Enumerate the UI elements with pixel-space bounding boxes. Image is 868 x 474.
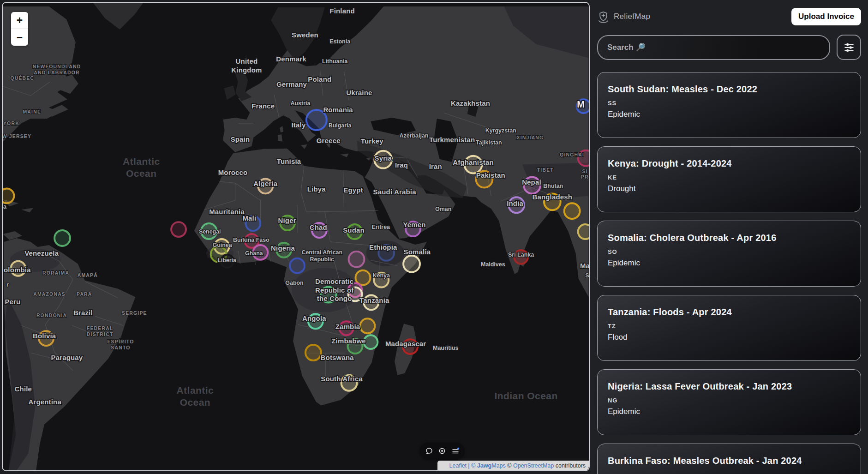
map-label: SIPR [581,169,589,180]
event-title: Kenya: Drought - 2014-2024 [608,158,850,169]
map-label: olombia [4,266,31,274]
map-label: Zambia [335,323,360,330]
map-label: Venezuela [24,249,59,257]
filter-button[interactable] [837,35,861,60]
jawg-link-rest[interactable]: Maps [491,462,506,469]
event-marker[interactable] [578,224,589,239]
map-label: Finland [329,7,355,15]
map-label: Paraguay [51,354,83,361]
event-marker[interactable] [364,335,377,349]
sidebar-header: ReliefMap Upload Invoice [597,6,861,27]
map-label: Maldives [481,261,505,268]
map-label: Bulgaria [329,122,352,129]
event-card[interactable]: Nigeria: Lassa Fever Outbreak - Jan 2023… [597,369,861,435]
map-label: Nepal [522,178,541,186]
map-label: Tajikistan [476,139,502,146]
chat-icon[interactable] [425,447,433,455]
zoom-out-button[interactable]: − [11,29,28,46]
zoom-in-button[interactable]: + [11,12,28,29]
map-label: Turkey [361,137,384,145]
event-marker[interactable] [349,252,365,267]
map-label: FEDERALDISTRICT [87,326,114,337]
event-country-code: NG [608,397,850,404]
map-label: MAINE [23,109,41,114]
map-label: Egypt [343,186,363,194]
map-label: Libya [307,185,326,193]
notification-dot [457,448,459,450]
map-label: Peru [5,298,20,306]
map-label: Niger [278,216,296,224]
event-marker[interactable] [171,222,186,237]
sidebar: ReliefMap Upload Invoice South Sudan: Me… [590,0,868,474]
event-type: Drought [608,184,850,193]
map-label: SERGIPE [122,311,147,316]
event-marker[interactable] [403,256,420,272]
map-label: Tunisia [277,157,301,165]
event-marker[interactable] [290,258,305,273]
upload-invoice-button[interactable]: Upload Invoice [791,8,861,25]
ukraine-flag-icon [440,463,447,468]
map-label: XINJIANG [517,135,544,140]
map-label: Mauritius [433,345,458,351]
eye-icon[interactable] [438,447,446,455]
event-card[interactable]: Kenya: Drought - 2014-2024 KE Drought [597,146,861,212]
event-country-code: TZ [608,323,850,330]
map-label: PARÁ [77,291,92,297]
event-title: South Sudan: Measles - Dec 2022 [608,84,850,95]
event-card[interactable]: South Sudan: Measles - Dec 2022 SS Epide… [597,72,861,138]
map-label: Senegal [199,228,221,235]
event-card[interactable]: Tanzania: Floods - Apr 2024 TZ Flood [597,295,861,361]
event-title: Somalia: Cholera Outbreak - Apr 2016 [608,233,850,243]
search-input[interactable] [597,35,830,60]
map-attribution: Leaflet | © Jawg Maps © OpenStreetMap co… [437,461,589,470]
leaflet-link[interactable]: Leaflet [449,462,467,469]
map-zoom-control: + − [11,12,28,46]
map-label: Romania [323,106,353,114]
map-label: Botswana [321,354,354,361]
map-label: Italy [292,121,306,129]
event-marker[interactable] [305,345,321,360]
map-label: South Africa [321,375,363,383]
menu-icon[interactable] [451,447,460,455]
map-label: Madagascar [385,340,426,348]
map-label: r [6,282,9,288]
map-label: RORAIMA [42,270,69,276]
map-label: S [585,272,589,279]
map-label: Pakistan [476,171,505,179]
map-label: Somalia [404,248,431,256]
jawg-copyright: © [471,462,477,469]
event-country-code: SS [608,100,850,107]
map-label: Syria [374,154,392,162]
openstreetmap-link[interactable]: OpenStreetMap [513,462,554,469]
attribution-separator: | [467,462,471,469]
event-type: Epidemic [608,407,850,416]
event-marker[interactable] [54,230,70,246]
map-label: Sweden [292,31,318,39]
jawg-link[interactable]: Jawg [477,462,491,469]
map-label: Bhutan [543,183,563,189]
event-marker[interactable] [3,188,14,203]
event-type: Epidemic [608,258,850,268]
map-label: AMAPÁ [78,272,98,278]
map-label: QUÉBEC [10,75,34,81]
event-title: Burkina Faso: Measles Outbreak - Jan 202… [608,456,850,466]
event-card[interactable]: Burkina Faso: Measles Outbreak - Jan 202… [597,444,861,474]
event-title: Tanzania: Floods - Apr 2024 [608,307,850,318]
osm-copyright: © [506,462,513,469]
app-title: ReliefMap [614,12,650,21]
event-marker[interactable] [360,318,375,333]
map-label: DemocraticRepublic ofthe Congo [315,277,354,303]
event-marker[interactable] [564,203,580,219]
map-label: YORK [3,121,19,126]
map[interactable]: NEWFOUNDLANDAND LABRADORQUÉBECMAINEYORKW… [2,2,590,471]
sliders-icon [843,42,855,54]
map-label: Estonia [329,38,350,45]
map-label: Iran [429,162,442,170]
map-label: Kenya [373,272,390,279]
map-label: Afghanistan [453,158,494,166]
map-label: Sudan [343,226,365,234]
map-label: Yemen [403,221,425,228]
map-label: NEWFOUNDLANDAND LABRADOR [33,64,81,75]
world-map: NEWFOUNDLANDAND LABRADORQUÉBECMAINEYORKW… [3,3,589,470]
event-card[interactable]: Somalia: Cholera Outbreak - Apr 2016 SO … [597,221,861,287]
